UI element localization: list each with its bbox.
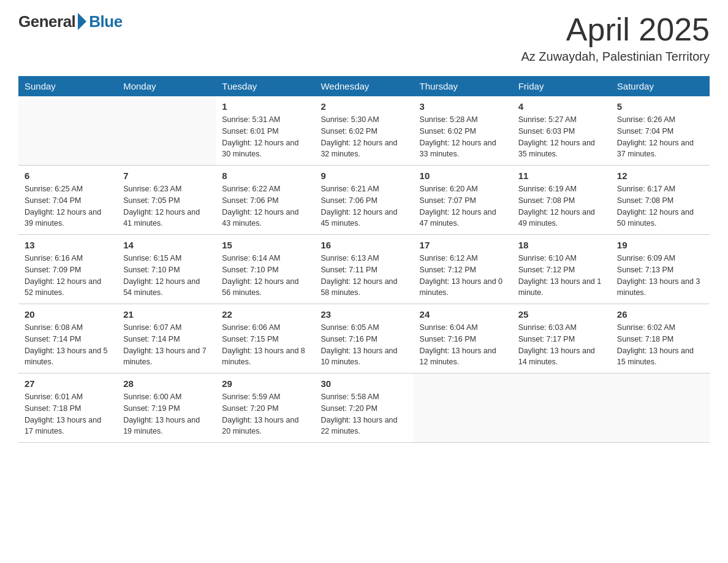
day-cell: 21Sunrise: 6:07 AMSunset: 7:14 PMDayligh…	[117, 304, 216, 373]
day-info: Sunrise: 6:05 AMSunset: 7:16 PMDaylight:…	[320, 322, 407, 368]
day-number: 8	[222, 170, 308, 181]
day-info: Sunrise: 6:02 AMSunset: 7:18 PMDaylight:…	[617, 322, 703, 368]
day-number: 24	[420, 309, 506, 320]
day-number: 6	[25, 170, 111, 181]
day-cell: 10Sunrise: 6:20 AMSunset: 7:07 PMDayligh…	[414, 166, 512, 235]
day-info: Sunrise: 6:15 AMSunset: 7:10 PMDaylight:…	[123, 253, 210, 299]
day-info: Sunrise: 5:27 AMSunset: 6:03 PMDaylight:…	[518, 114, 605, 160]
day-number: 12	[617, 170, 703, 181]
day-number: 4	[518, 101, 605, 112]
day-cell: 20Sunrise: 6:08 AMSunset: 7:14 PMDayligh…	[18, 304, 117, 373]
day-info: Sunrise: 6:13 AMSunset: 7:11 PMDaylight:…	[320, 253, 407, 299]
day-info: Sunrise: 6:08 AMSunset: 7:14 PMDaylight:…	[25, 322, 111, 368]
logo-general-text: General	[18, 12, 75, 31]
week-row-2: 6Sunrise: 6:25 AMSunset: 7:04 PMDaylight…	[18, 166, 710, 235]
logo-triangle-icon	[78, 13, 86, 30]
day-number: 15	[222, 240, 308, 250]
day-number: 14	[123, 240, 210, 250]
day-cell: 7Sunrise: 6:23 AMSunset: 7:05 PMDaylight…	[117, 166, 216, 235]
day-cell: 29Sunrise: 5:59 AMSunset: 7:20 PMDayligh…	[216, 373, 314, 443]
day-info: Sunrise: 6:10 AMSunset: 7:12 PMDaylight:…	[518, 253, 605, 299]
day-info: Sunrise: 6:16 AMSunset: 7:09 PMDaylight:…	[25, 253, 111, 299]
logo-blue-text: Blue	[89, 12, 122, 31]
day-cell: 1Sunrise: 5:31 AMSunset: 6:01 PMDaylight…	[216, 96, 314, 166]
day-number: 20	[25, 309, 111, 320]
day-number: 30	[320, 378, 407, 389]
day-number: 3	[420, 101, 506, 112]
day-info: Sunrise: 6:17 AMSunset: 7:08 PMDaylight:…	[617, 183, 703, 229]
day-info: Sunrise: 6:12 AMSunset: 7:12 PMDaylight:…	[420, 253, 506, 299]
week-row-3: 13Sunrise: 6:16 AMSunset: 7:09 PMDayligh…	[18, 235, 710, 304]
day-cell: 26Sunrise: 6:02 AMSunset: 7:18 PMDayligh…	[611, 304, 710, 373]
day-cell: 25Sunrise: 6:03 AMSunset: 7:17 PMDayligh…	[512, 304, 611, 373]
day-number: 5	[617, 101, 703, 112]
day-cell	[18, 96, 117, 166]
header-cell-sunday: Sunday	[18, 76, 117, 96]
day-cell: 24Sunrise: 6:04 AMSunset: 7:16 PMDayligh…	[414, 304, 512, 373]
day-cell: 18Sunrise: 6:10 AMSunset: 7:12 PMDayligh…	[512, 235, 611, 304]
month-title: April 2025	[521, 12, 710, 47]
day-cell: 3Sunrise: 5:28 AMSunset: 6:02 PMDaylight…	[414, 96, 512, 166]
day-cell: 23Sunrise: 6:05 AMSunset: 7:16 PMDayligh…	[314, 304, 413, 373]
header-cell-tuesday: Tuesday	[216, 76, 314, 96]
header-cell-wednesday: Wednesday	[314, 76, 413, 96]
day-number: 22	[222, 309, 308, 320]
header-cell-friday: Friday	[512, 76, 611, 96]
day-cell	[117, 96, 216, 166]
day-cell	[414, 373, 512, 443]
day-info: Sunrise: 6:04 AMSunset: 7:16 PMDaylight:…	[420, 322, 506, 368]
day-number: 2	[320, 101, 407, 112]
day-number: 1	[222, 101, 308, 112]
day-info: Sunrise: 5:58 AMSunset: 7:20 PMDaylight:…	[320, 391, 407, 437]
week-row-4: 20Sunrise: 6:08 AMSunset: 7:14 PMDayligh…	[18, 304, 710, 373]
day-info: Sunrise: 6:26 AMSunset: 7:04 PMDaylight:…	[617, 114, 703, 160]
day-number: 25	[518, 309, 605, 320]
day-info: Sunrise: 6:06 AMSunset: 7:15 PMDaylight:…	[222, 322, 308, 368]
day-cell: 15Sunrise: 6:14 AMSunset: 7:10 PMDayligh…	[216, 235, 314, 304]
day-number: 18	[518, 240, 605, 250]
day-cell: 12Sunrise: 6:17 AMSunset: 7:08 PMDayligh…	[611, 166, 710, 235]
day-number: 10	[420, 170, 506, 181]
week-row-1: 1Sunrise: 5:31 AMSunset: 6:01 PMDaylight…	[18, 96, 710, 166]
day-info: Sunrise: 6:19 AMSunset: 7:08 PMDaylight:…	[518, 183, 605, 229]
day-cell: 8Sunrise: 6:22 AMSunset: 7:06 PMDaylight…	[216, 166, 314, 235]
day-cell	[611, 373, 710, 443]
calendar-table: SundayMondayTuesdayWednesdayThursdayFrid…	[18, 76, 710, 443]
day-cell: 13Sunrise: 6:16 AMSunset: 7:09 PMDayligh…	[18, 235, 117, 304]
header-row: SundayMondayTuesdayWednesdayThursdayFrid…	[18, 76, 710, 96]
day-number: 23	[320, 309, 407, 320]
day-cell: 22Sunrise: 6:06 AMSunset: 7:15 PMDayligh…	[216, 304, 314, 373]
day-info: Sunrise: 6:09 AMSunset: 7:13 PMDaylight:…	[617, 253, 703, 299]
day-info: Sunrise: 6:22 AMSunset: 7:06 PMDaylight:…	[222, 183, 308, 229]
day-info: Sunrise: 6:00 AMSunset: 7:19 PMDaylight:…	[123, 391, 210, 437]
day-info: Sunrise: 6:21 AMSunset: 7:06 PMDaylight:…	[320, 183, 407, 229]
day-info: Sunrise: 6:07 AMSunset: 7:14 PMDaylight:…	[123, 322, 210, 368]
header-cell-thursday: Thursday	[414, 76, 512, 96]
day-cell: 6Sunrise: 6:25 AMSunset: 7:04 PMDaylight…	[18, 166, 117, 235]
day-info: Sunrise: 6:01 AMSunset: 7:18 PMDaylight:…	[25, 391, 111, 437]
day-number: 7	[123, 170, 210, 181]
day-cell	[512, 373, 611, 443]
day-number: 21	[123, 309, 210, 320]
day-number: 11	[518, 170, 605, 181]
day-cell: 5Sunrise: 6:26 AMSunset: 7:04 PMDaylight…	[611, 96, 710, 166]
header-cell-monday: Monday	[117, 76, 216, 96]
day-number: 27	[25, 378, 111, 389]
day-info: Sunrise: 6:14 AMSunset: 7:10 PMDaylight:…	[222, 253, 308, 299]
title-section: April 2025 Az Zuwaydah, Palestinian Terr…	[521, 12, 710, 64]
day-number: 19	[617, 240, 703, 250]
day-number: 9	[320, 170, 407, 181]
day-cell: 16Sunrise: 6:13 AMSunset: 7:11 PMDayligh…	[314, 235, 413, 304]
day-cell: 27Sunrise: 6:01 AMSunset: 7:18 PMDayligh…	[18, 373, 117, 443]
day-info: Sunrise: 5:28 AMSunset: 6:02 PMDaylight:…	[420, 114, 506, 160]
location-text: Az Zuwaydah, Palestinian Territory	[521, 50, 710, 64]
day-cell: 28Sunrise: 6:00 AMSunset: 7:19 PMDayligh…	[117, 373, 216, 443]
logo-line1: General Blue	[18, 12, 123, 31]
day-number: 16	[320, 240, 407, 250]
page-header: General Blue April 2025 Az Zuwaydah, Pal…	[18, 12, 710, 64]
calendar-header: SundayMondayTuesdayWednesdayThursdayFrid…	[18, 76, 710, 96]
day-info: Sunrise: 6:23 AMSunset: 7:05 PMDaylight:…	[123, 183, 210, 229]
day-cell: 9Sunrise: 6:21 AMSunset: 7:06 PMDaylight…	[314, 166, 413, 235]
day-number: 26	[617, 309, 703, 320]
logo: General Blue	[18, 12, 123, 31]
